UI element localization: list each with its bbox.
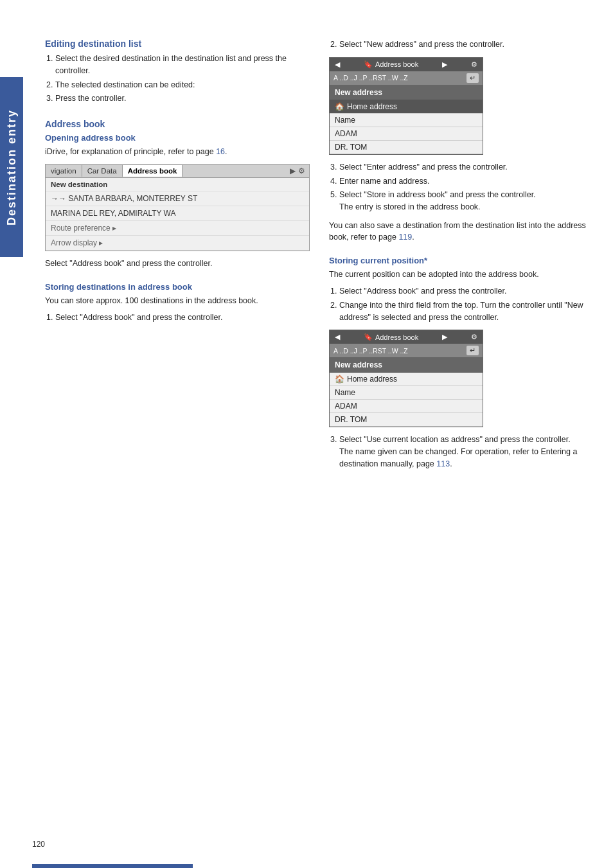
- addr-widget-2-title: 🔖 Address book: [364, 333, 418, 341]
- addr-name-2: Name: [330, 386, 483, 400]
- page-bar: [32, 864, 193, 868]
- addr-widget-1-title: 🔖 Address book: [364, 60, 418, 69]
- addr-name-1: Name: [330, 114, 483, 127]
- editing-dest-list-title: Editing destination list: [45, 39, 310, 49]
- tab-address-book[interactable]: Address book: [123, 165, 183, 177]
- opening-address-book-text: iDrive, for explanation of principle, re…: [45, 146, 310, 157]
- address-book-main-title: Address book: [45, 119, 310, 129]
- right-steps-part2: Select "Enter address" and press the con…: [339, 161, 594, 213]
- right-column: Select "New address" and press the contr…: [329, 39, 594, 477]
- tab-navigation[interactable]: vigation: [46, 165, 82, 177]
- nav-arrow-display[interactable]: Arrow display ▸: [46, 236, 309, 251]
- nav-new-destination: New destination: [46, 178, 309, 191]
- nav-route-preference[interactable]: Route preference ▸: [46, 221, 309, 236]
- addr-book-icon-2: 🔖: [364, 333, 373, 341]
- addr-book-icon-1: 🔖: [364, 60, 373, 69]
- storing-current-steps: Select "Address book" and press the cont…: [339, 285, 594, 323]
- addr-widget-2: ◀ 🔖 Address book ▶ ⚙ A ..D ..J ..P ..RST…: [329, 330, 483, 427]
- page-number: 120: [32, 840, 45, 849]
- addr-widget-1: ◀ 🔖 Address book ▶ ⚙ A ..D ..J ..P ..RST…: [329, 57, 483, 155]
- storing-current-position-text: The current position can be adopted into…: [329, 269, 594, 280]
- addr-header-settings-2: ⚙: [471, 333, 477, 341]
- right-steps-part1: Select "New address" and press the contr…: [339, 39, 594, 51]
- storing-current-steps-2: Select "Use current location as address"…: [339, 434, 594, 470]
- nav-dest-main: →→ SANTA BARBARA, MONTERREY ST: [46, 191, 309, 206]
- home-icon-1: 🏠: [335, 102, 344, 111]
- editing-steps-list: Select the desired destination in the de…: [55, 53, 310, 105]
- nav-settings-icon: ⚙: [298, 166, 305, 175]
- addr-widget-2-alpha: A ..D ..J ..P ..RST ..W ..Z ↵: [330, 344, 483, 358]
- address-book-note: You can also save a destination from the…: [329, 220, 594, 243]
- storing-dest-steps: Select "Address book" and press the cont…: [55, 312, 310, 324]
- storing-current-step-1: Select "Address book" and press the cont…: [339, 285, 594, 297]
- opening-address-book-title: Opening address book: [45, 133, 310, 143]
- addr-header-right-arrow: ▶: [442, 60, 447, 69]
- nav-widget: vigation Car Data Address book ▶ ⚙ New d…: [45, 164, 310, 251]
- addr-new-address-2: New address: [330, 358, 483, 373]
- nav-back-icon: ▶: [290, 166, 296, 175]
- addr-home-address-2: 🏠 Home address: [330, 373, 483, 386]
- addr-home-address-1: 🏠 Home address: [330, 100, 483, 114]
- addr-adam-2: ADAM: [330, 400, 483, 413]
- storing-current-step-2: Change into the third field from the top…: [339, 299, 594, 324]
- storing-dest-text: You can store approx. 100 destinations i…: [45, 295, 310, 306]
- left-column: Editing destination list Select the desi…: [45, 39, 310, 477]
- storing-current-step-3: Select "Use current location as address"…: [339, 434, 594, 470]
- right-step-3: Select "Enter address" and press the con…: [339, 161, 594, 173]
- addr-new-address-1: New address: [330, 85, 483, 100]
- nav-tab-row: vigation Car Data Address book ▶ ⚙: [46, 164, 309, 178]
- addr-header-left-arrow-2: ◀: [335, 333, 340, 341]
- storing-dest-title: Storing destinations in address book: [45, 282, 310, 292]
- addr-widget-1-header: ◀ 🔖 Address book ▶ ⚙: [330, 58, 483, 71]
- page-ref-113[interactable]: 113: [436, 459, 450, 468]
- addr-dr-tom-2: DR. TOM: [330, 413, 483, 427]
- right-step-2: Select "New address" and press the contr…: [339, 39, 594, 51]
- editing-step-1: Select the desired destination in the de…: [55, 53, 310, 77]
- editing-step-3: Press the controller.: [55, 93, 310, 105]
- page-ref-16[interactable]: 16: [216, 147, 225, 156]
- addr-header-right-arrow-2: ▶: [442, 333, 447, 341]
- nav-tab-icons: ▶ ⚙: [286, 164, 309, 177]
- select-address-book-note: Select "Address book" and press the cont…: [45, 258, 310, 269]
- addr-header-left-arrow: ◀: [335, 60, 340, 69]
- right-step-4: Enter name and address.: [339, 175, 594, 188]
- tab-car-data[interactable]: Car Data: [82, 165, 123, 177]
- sidebar-label: Destination entry: [0, 77, 23, 257]
- nav-dest-sub: MARINA DEL REY, ADMIRALTY WA: [46, 206, 309, 221]
- addr-enter-icon-1: ↵: [466, 73, 479, 83]
- storing-current-position-title: Storing current position*: [329, 256, 594, 265]
- addr-widget-2-header: ◀ 🔖 Address book ▶ ⚙: [330, 330, 483, 344]
- storing-step-1: Select "Address book" and press the cont…: [55, 312, 310, 324]
- home-icon-2: 🏠: [335, 375, 344, 384]
- addr-widget-1-alpha: A ..D ..J ..P ..RST ..W ..Z ↵: [330, 71, 483, 85]
- editing-step-2: The selected destination can be edited:: [55, 79, 310, 91]
- addr-header-settings: ⚙: [471, 60, 477, 69]
- addr-widget-2-wrap: ◀ 🔖 Address book ▶ ⚙ A ..D ..J ..P ..RST…: [329, 330, 483, 427]
- page-ref-119[interactable]: 119: [398, 233, 412, 242]
- right-step-5: Select "Store in address book" and press…: [339, 189, 594, 213]
- addr-dr-tom-1: DR. TOM: [330, 141, 483, 154]
- addr-enter-icon-2: ↵: [466, 346, 479, 355]
- addr-widget-1-wrap: ◀ 🔖 Address book ▶ ⚙ A ..D ..J ..P ..RST…: [329, 57, 483, 155]
- addr-adam-1: ADAM: [330, 127, 483, 141]
